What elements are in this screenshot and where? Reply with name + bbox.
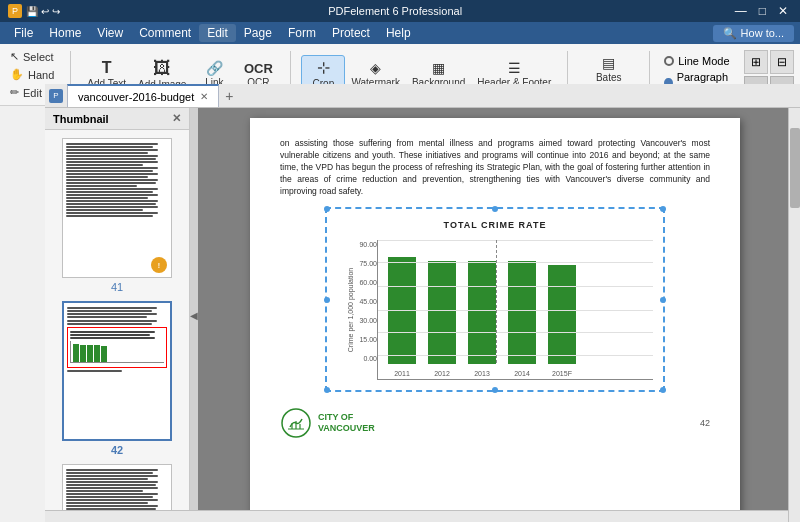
menu-view[interactable]: View xyxy=(89,24,131,42)
menu-file[interactable]: File xyxy=(6,24,41,42)
menu-help[interactable]: Help xyxy=(378,24,419,42)
page-41-number: 41 xyxy=(111,281,123,293)
header-footer-icon: ☰ xyxy=(508,61,521,75)
ocr-icon: OCR xyxy=(244,62,273,75)
new-tab-button[interactable]: + xyxy=(219,86,239,106)
bar-2011: 2011 xyxy=(388,257,416,379)
menu-comment[interactable]: Comment xyxy=(131,24,199,42)
corner-handle-bl[interactable] xyxy=(324,387,330,393)
tab-label: vancouver-2016-budget xyxy=(78,91,194,103)
logo-text: CITY OF VANCOUVER xyxy=(318,412,375,434)
bar-2012-rect xyxy=(428,261,456,364)
bar-2015f-rect xyxy=(548,265,576,364)
select-tool[interactable]: ↖ Select xyxy=(6,48,58,65)
how-to-button[interactable]: 🔍 How to... xyxy=(713,25,794,42)
thumbnail-title: Thumbnail xyxy=(53,113,109,125)
bar-2014: 2014 xyxy=(508,261,536,379)
grid-btn-1[interactable]: ⊞ xyxy=(744,50,768,74)
bar-2011-rect xyxy=(388,257,416,364)
edge-handle-r[interactable] xyxy=(660,297,666,303)
chart-container: TOTAL CRIME RATE Crime per 1,000 populat… xyxy=(325,207,665,392)
menu-protect[interactable]: Protect xyxy=(324,24,378,42)
bar-2013-rect xyxy=(468,261,496,364)
image-icon: 🖼 xyxy=(153,59,171,77)
y-axis-label: Crime per 1,000 population xyxy=(346,268,356,352)
menu-form[interactable]: Form xyxy=(280,24,324,42)
dashed-divider xyxy=(496,240,497,363)
line-mode-radio[interactable] xyxy=(664,56,674,66)
page-text: on assisting those suffering from mental… xyxy=(280,138,710,197)
bates-icon: ▤ xyxy=(602,56,615,70)
vertical-scrollbar[interactable] xyxy=(788,108,800,522)
watermark-icon: ◈ xyxy=(370,61,381,75)
crop-icon: ⊹ xyxy=(317,60,330,76)
grid-line-6 xyxy=(378,355,653,356)
tab-close-button[interactable]: ✕ xyxy=(200,91,208,102)
add-text-icon: T xyxy=(102,60,112,76)
bar-2014-rect xyxy=(508,261,536,364)
line-mode-option[interactable]: Line Mode xyxy=(664,55,738,67)
bar-2013: 2013 xyxy=(468,261,496,379)
page-42-number: 42 xyxy=(111,444,123,456)
app-icons: P xyxy=(8,4,22,18)
grid-line-4 xyxy=(378,310,653,311)
maximize-button[interactable]: □ xyxy=(755,4,770,18)
grid-line-5 xyxy=(378,332,653,333)
cursor-icon: ↖ xyxy=(10,50,19,63)
bar-2012: 2012 xyxy=(428,261,456,379)
edge-handle-b[interactable] xyxy=(492,387,498,393)
corner-handle-br[interactable] xyxy=(660,387,666,393)
tab-bar: P vancouver-2016-budget ✕ + xyxy=(45,84,800,108)
panel-collapse-left[interactable]: ◀ xyxy=(190,108,198,522)
menu-page[interactable]: Page xyxy=(236,24,280,42)
document-page: on assisting those suffering from mental… xyxy=(250,118,740,522)
thumbnail-img-42 xyxy=(62,301,172,441)
menu-edit[interactable]: Edit xyxy=(199,24,236,42)
pencil-icon: ✏ xyxy=(10,86,19,99)
document-tab[interactable]: vancouver-2016-budget ✕ xyxy=(67,84,219,107)
thumbnail-close-button[interactable]: ✕ xyxy=(172,112,181,125)
main-area: Thumbnail ✕ xyxy=(45,108,800,522)
menu-bar: File Home View Comment Edit Page Form Pr… xyxy=(0,22,800,44)
edge-handle-t[interactable] xyxy=(492,206,498,212)
bar-2015f: 2015F xyxy=(548,265,576,379)
title-bar: P 💾 ↩ ↪ PDFelement 6 Professional — □ ✕ xyxy=(0,0,800,22)
horizontal-scrollbar[interactable] xyxy=(45,510,788,522)
corner-handle-tr[interactable] xyxy=(660,206,666,212)
link-icon: 🔗 xyxy=(206,61,223,75)
page-41-badge: ! xyxy=(151,257,167,273)
window-title: PDFelement 6 Professional xyxy=(60,5,731,17)
page-footer: CITY OF VANCOUVER 42 xyxy=(280,407,710,439)
question-icon: 🔍 xyxy=(723,27,737,40)
grid-btn-2[interactable]: ⊟ xyxy=(770,50,794,74)
city-logo xyxy=(280,407,312,439)
quick-access: 💾 ↩ ↪ xyxy=(26,6,60,17)
page-number: 42 xyxy=(700,417,710,430)
hand-tool[interactable]: ✋ Hand xyxy=(6,66,58,83)
grid-line-1 xyxy=(378,240,653,241)
minimize-button[interactable]: — xyxy=(731,4,751,18)
grid-line-2 xyxy=(378,262,653,263)
menu-home[interactable]: Home xyxy=(41,24,89,42)
background-icon: ▦ xyxy=(432,61,445,75)
thumbnail-page-41[interactable]: ! 41 xyxy=(62,138,172,293)
grid-line-3 xyxy=(378,286,653,287)
edge-handle-l[interactable] xyxy=(324,297,330,303)
corner-handle-tl[interactable] xyxy=(324,206,330,212)
chart-title: TOTAL CRIME RATE xyxy=(337,219,653,232)
thumbnail-list: ! 41 xyxy=(45,130,189,522)
thumbnail-page-42[interactable]: 42 xyxy=(62,301,172,456)
thumbnail-panel: Thumbnail ✕ xyxy=(45,108,190,522)
hand-icon: ✋ xyxy=(10,68,24,81)
scrollbar-thumb-v[interactable] xyxy=(790,128,800,208)
close-button[interactable]: ✕ xyxy=(774,4,792,18)
page-view[interactable]: on assisting those suffering from mental… xyxy=(198,108,792,522)
thumbnail-header: Thumbnail ✕ xyxy=(45,108,189,130)
thumbnail-img-41: ! xyxy=(62,138,172,278)
doc-icon: P xyxy=(49,89,63,103)
